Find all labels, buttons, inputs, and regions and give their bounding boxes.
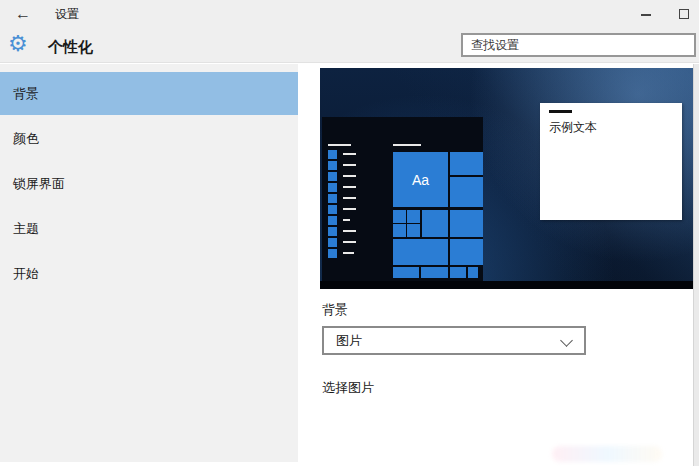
preview-tile <box>328 161 337 170</box>
preview-tile <box>450 239 483 265</box>
preview-tile <box>421 267 448 278</box>
preview-tile <box>328 205 337 214</box>
preview-tile <box>450 152 483 175</box>
sidebar: 背景 颜色 锁屏界面 主题 开始 <box>0 64 298 462</box>
preview-tile <box>328 183 337 192</box>
preview-line <box>343 230 356 232</box>
background-type-value: 图片 <box>336 332 362 350</box>
sample-text: 示例文本 <box>549 119 597 136</box>
preview-tile <box>328 249 337 258</box>
preview-line <box>343 241 356 243</box>
start-menu-preview: Aa <box>322 117 483 281</box>
content-area: Aa 示例文本 <box>298 64 699 466</box>
preview-tile <box>422 210 448 237</box>
background-preview: Aa 示例文本 <box>320 68 694 289</box>
back-icon[interactable]: ← <box>10 2 36 26</box>
preview-tile <box>468 267 478 278</box>
search-input[interactable] <box>461 33 696 57</box>
gear-icon: ⚙ <box>8 31 28 57</box>
preview-tile <box>328 238 337 247</box>
preview-line <box>343 197 356 199</box>
background-section-label: 背景 <box>322 301 348 319</box>
sample-dash <box>549 110 572 113</box>
preview-tile <box>328 216 337 225</box>
minimize-button[interactable] <box>633 4 659 24</box>
minimize-icon <box>641 14 651 16</box>
sample-text-box: 示例文本 <box>540 103 682 220</box>
sidebar-item-themes[interactable]: 主题 <box>0 207 298 250</box>
watermark-artifact <box>552 446 662 462</box>
maximize-icon <box>679 9 689 19</box>
page-title: 个性化 <box>48 38 93 57</box>
preview-tile <box>407 210 420 223</box>
preview-tile <box>328 194 337 203</box>
sidebar-item-start[interactable]: 开始 <box>0 252 298 295</box>
chevron-down-icon <box>560 334 573 347</box>
window-chrome: ← 设置 ⚙ 个性化 <box>0 0 699 63</box>
preview-line <box>393 144 421 146</box>
preview-line <box>343 252 354 254</box>
preview-line <box>343 175 356 177</box>
preview-taskbar <box>320 281 694 289</box>
preview-tile <box>393 210 406 223</box>
preview-tile <box>450 267 466 278</box>
preview-line <box>343 208 356 210</box>
choose-picture-label: 选择图片 <box>322 379 374 397</box>
sidebar-item-colors[interactable]: 颜色 <box>0 117 298 160</box>
preview-tile-aa: Aa <box>393 152 448 207</box>
preview-tile <box>393 267 419 278</box>
preview-line <box>343 186 356 188</box>
scrollbar[interactable] <box>693 64 699 466</box>
preview-tile <box>328 172 337 181</box>
maximize-button[interactable] <box>671 4 697 24</box>
background-type-dropdown[interactable]: 图片 <box>322 326 586 355</box>
preview-tile <box>407 224 420 237</box>
sidebar-item-lock-screen[interactable]: 锁屏界面 <box>0 162 298 205</box>
window-title: 设置 <box>55 6 79 23</box>
preview-line <box>328 144 351 146</box>
preview-line <box>343 219 350 221</box>
preview-tile <box>450 210 483 237</box>
preview-tile <box>328 150 337 159</box>
preview-line <box>343 153 356 155</box>
preview-tile <box>328 227 337 236</box>
preview-tile <box>450 177 483 207</box>
preview-line <box>343 164 356 166</box>
sidebar-item-background[interactable]: 背景 <box>0 72 298 115</box>
settings-window: ← 设置 ⚙ 个性化 背景 颜色 锁屏界面 主题 开始 <box>0 0 699 466</box>
preview-tile <box>393 239 448 265</box>
preview-tile <box>393 224 406 237</box>
